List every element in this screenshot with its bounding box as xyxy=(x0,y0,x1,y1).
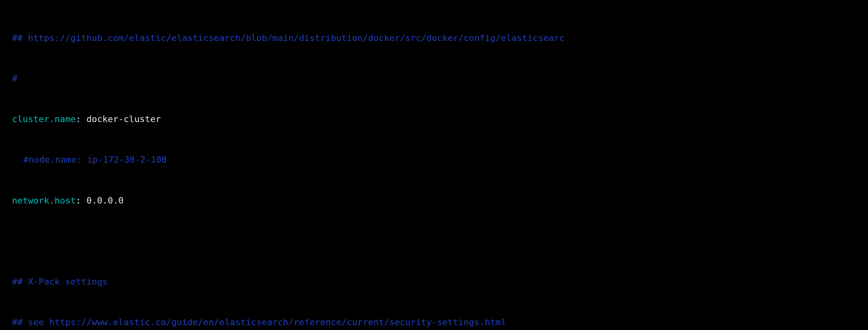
comment-text: ## X-Pack settings xyxy=(12,277,107,287)
comment-text: #node.name: ip-172-30-2-108 xyxy=(23,155,167,165)
comment-text: ## https://github.com/elastic/elasticsea… xyxy=(12,33,565,43)
blank-line xyxy=(0,236,868,246)
comment-line: ## https://github.com/elastic/elasticsea… xyxy=(0,33,868,43)
kv-line: network.host: 0.0.0.0 xyxy=(0,196,868,206)
yaml-value: : docker-cluster xyxy=(76,114,161,124)
comment-text: # xyxy=(12,73,17,84)
yaml-value: : 0.0.0.0 xyxy=(76,196,124,206)
yaml-key: cluster.name xyxy=(12,114,76,124)
kv-line: cluster.name: docker-cluster xyxy=(0,114,868,124)
config-terminal: ## https://github.com/elastic/elasticsea… xyxy=(0,0,868,330)
comment-line: ## X-Pack settings xyxy=(0,277,868,287)
comment-line: #node.name: ip-172-30-2-108 xyxy=(0,155,868,165)
comment-line: # xyxy=(0,73,868,84)
comment-text: ## see https://www.elastic.co/guide/en/e… xyxy=(12,317,506,327)
comment-line: ## see https://www.elastic.co/guide/en/e… xyxy=(0,317,868,327)
yaml-key: network.host xyxy=(12,196,76,206)
